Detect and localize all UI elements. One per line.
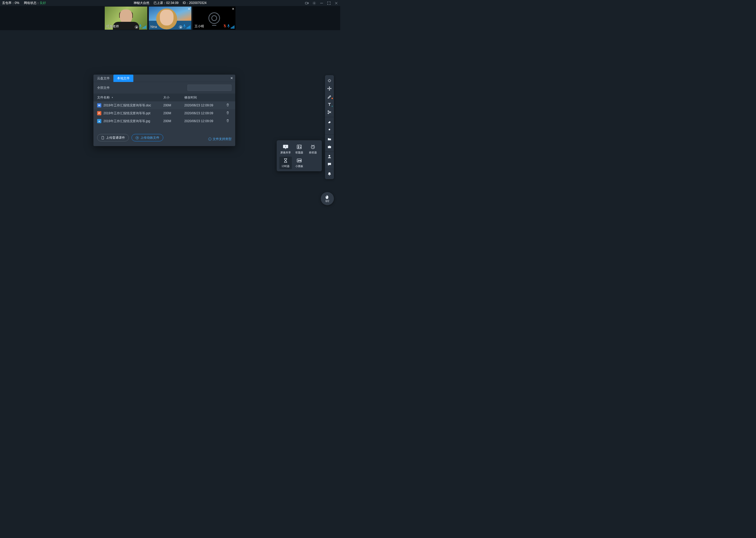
file-name: 2019年工作汇报情况查询等等.ppt [103,111,163,116]
mic-on-icon [139,24,142,28]
timer-button[interactable]: 计时器 [279,157,292,169]
svg-text:A: A [298,145,299,147]
word-file-icon: W [97,103,101,107]
elapsed-time: 已上课：02:34:09 [154,1,178,5]
svg-text:✓: ✓ [300,145,301,147]
video-tile-student-1[interactable]: ✕ Nina [149,7,191,30]
hand-icon [325,195,330,199]
svg-point-9 [329,155,330,157]
tab-local-files[interactable]: 本地文件 [114,75,133,82]
svg-rect-8 [328,146,331,148]
tab-cloud-files[interactable]: 云盘文件 [93,75,114,82]
toolbox-tool[interactable] [325,143,334,151]
eraser-tool[interactable] [325,117,334,126]
blackboard-button[interactable]: 2+3 小黑板 [293,157,306,169]
file-size: 200M [163,103,184,107]
mic-muted-icon [223,24,226,28]
info-icon [208,137,212,141]
table-body: W 2019年工作汇报情况查询等等.doc 200M 2020/06/23 12… [93,101,235,125]
raise-hand-button[interactable]: 0/2 [321,192,334,205]
upload-normal-button[interactable]: 上传普通课件 [97,134,129,141]
signal-icon [187,26,190,28]
svg-rect-3 [184,25,185,26]
video-strip: 叮当老师 ✕ Nina ✕ 王小明 [0,6,340,30]
file-size: 200M [163,111,184,115]
record-icon[interactable] [305,1,309,5]
svg-text:2+3: 2+3 [298,159,301,162]
participant-name: Nina [150,25,157,28]
table-row[interactable]: P 2019年工作汇报情况查询等等.ppt 200M 2020/06/23 12… [93,109,235,117]
column-name[interactable]: 文件名称 ▼ [97,95,163,100]
image-file-icon: ▲ [97,119,101,123]
room-title: 神秘大自然 [134,1,149,5]
mic-on-icon [227,24,230,28]
delete-file-icon[interactable] [224,119,231,123]
document-icon [101,136,105,139]
file-time: 2020/06/23 12:09:09 [184,103,224,107]
chat-tool[interactable] [325,160,334,168]
delete-file-icon[interactable] [224,103,231,107]
file-time: 2020/06/23 12:09:09 [184,119,224,123]
buzzer-icon [309,144,316,150]
text-tool[interactable] [325,100,334,108]
column-time[interactable]: 修改时间 [184,95,224,100]
hand-count: 0/2 [325,200,329,202]
members-tool[interactable] [325,152,334,160]
supported-types-link[interactable]: 文件支持类型 [208,137,231,141]
blackboard-icon: 2+3 [296,158,303,163]
screen-share-icon [282,144,289,150]
modal-tabs: 云盘文件 本地文件 ✕ [93,75,235,82]
close-icon[interactable] [334,1,338,5]
participant-name: 叮当老师 [106,24,119,28]
file-tool[interactable] [325,134,334,143]
file-name: 2019年工作汇报情况查询等等.doc [103,103,163,108]
column-size[interactable]: 大小 [163,95,184,100]
screen-share-button[interactable]: 屏幕共享 [279,143,292,155]
timer-icon [282,158,289,163]
brush-size-tool[interactable] [325,126,334,134]
tile-close-icon[interactable]: ✕ [232,7,234,11]
play-icon [135,136,139,139]
video-tile-student-2[interactable]: ✕ 王小明 [193,7,235,30]
svg-rect-0 [305,2,307,4]
maximize-icon[interactable] [327,1,331,5]
right-toolbar [325,75,334,179]
svg-point-7 [328,113,329,114]
video-tile-teacher[interactable]: 叮当老师 [105,7,147,30]
delete-file-icon[interactable] [224,111,231,115]
packet-loss: 丢包率：0% [2,1,19,5]
table-header: 文件名称 ▼ 大小 修改时间 [93,93,235,101]
top-bar: 丢包率：0% 网络状态：良好 神秘大自然 已上课：02:34:09 ID：202… [0,0,340,6]
svg-point-6 [328,111,329,112]
answer-button[interactable]: A✓B✕ 答题器 [293,143,306,155]
svg-point-1 [314,3,315,4]
bell-tool[interactable] [325,169,334,178]
pointer-tool[interactable] [325,77,334,84]
minimize-icon[interactable] [320,1,323,5]
answer-icon: A✓B✕ [296,144,303,150]
svg-text:B: B [298,147,299,149]
mic-on-icon [183,24,186,28]
upload-animated-button[interactable]: 上传动效文件 [131,134,163,141]
ppt-file-icon: P [97,111,101,115]
network-status: 网络状态：良好 [24,1,46,5]
move-tool[interactable] [325,84,334,92]
breadcrumb: 全部文件 [97,86,110,90]
camera-on-icon [179,26,182,28]
table-row[interactable]: W 2019年工作汇报情况查询等等.doc 200M 2020/06/23 12… [93,101,235,109]
camera-off-icon [209,12,220,24]
tile-close-icon[interactable]: ✕ [188,7,190,11]
buzzer-button[interactable]: 抢答器 [307,143,319,155]
participant-name: 王小明 [195,24,204,28]
file-modal: 云盘文件 本地文件 ✕ 全部文件 文件名称 ▼ 大小 修改时间 W 2019年工… [93,75,235,146]
file-name: 2019年工作汇报情况查询等等.jpg [103,119,163,124]
scissors-tool[interactable] [325,108,334,116]
pen-tool[interactable] [325,92,334,100]
signal-icon [143,26,146,28]
tools-popup: 屏幕共享 A✓B✕ 答题器 抢答器 计时器 2+3 小黑板 [277,140,322,171]
svg-text:✕: ✕ [300,147,301,149]
settings-icon[interactable] [312,1,316,5]
search-input[interactable] [187,84,231,91]
modal-close-icon[interactable]: ✕ [228,76,235,80]
table-row[interactable]: ▲ 2019年工作汇报情况查询等等.jpg 200M 2020/06/23 12… [93,117,235,125]
